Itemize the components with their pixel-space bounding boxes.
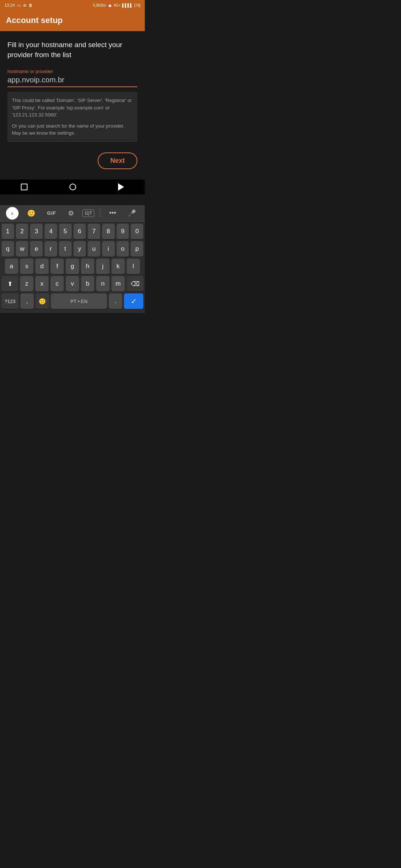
backspace-key[interactable]: ⌫ [127,276,143,292]
key-5[interactable]: 5 [59,224,72,239]
key-q[interactable]: q [1,241,14,257]
key-l[interactable]: l [127,259,140,274]
key-k[interactable]: k [111,259,125,274]
key-u[interactable]: u [88,241,100,257]
zxcv-row: ⬆ z x c v b n m ⌫ [1,276,143,292]
space-key[interactable]: PT • EN [51,293,107,309]
key-7[interactable]: 7 [88,224,100,239]
key-v[interactable]: v [66,276,79,292]
key-b[interactable]: b [81,276,94,292]
key-j[interactable]: j [96,259,110,274]
nav-back-button[interactable] [118,183,124,191]
back-icon [118,183,124,191]
key-n[interactable]: n [96,276,110,292]
status-bar: 13:24 ▭ ⊗ 🗑 5,8KB/s ⏰ 4G+ ▌▌▌▌ [78] [0,0,145,10]
key-2[interactable]: 2 [16,224,29,239]
main-content: Fill in your hostname and select your pr… [0,31,145,180]
key-4[interactable]: 4 [45,224,57,239]
hint-text: This could be called 'Domain', 'SIP Serv… [12,97,133,137]
nav-home-button[interactable] [69,184,76,190]
key-w[interactable]: w [16,241,29,257]
key-o[interactable]: o [117,241,129,257]
asdf-row: a s d f g h j k l [1,259,143,274]
key-6[interactable]: 6 [74,224,86,239]
emoji-sticker-button[interactable]: 🙂 [24,207,38,220]
settings-button[interactable]: ⚙ [65,207,77,220]
translate-button[interactable]: G|T [82,210,94,217]
app-header: Account setup [0,10,145,31]
comma-key[interactable]: , [20,293,34,309]
bottom-row: ?123 , 🙂 PT • EN . ✓ [1,293,143,309]
alarm-icon: ⏰ [108,3,112,7]
next-button[interactable]: Next [98,152,137,169]
emoji-key[interactable]: 🙂 [36,293,49,309]
qwerty-row: q w e r t y u i o p [1,241,143,257]
key-1[interactable]: 1 [1,224,14,239]
key-9[interactable]: 9 [117,224,129,239]
key-f[interactable]: f [50,259,64,274]
close-icon: ⊗ [23,3,26,8]
hostname-field-container: hostname or provider app.nvoip.com.br [7,69,137,87]
recents-icon [21,184,27,190]
time: 13:24 [4,3,15,7]
keyboard-back-button[interactable]: ‹ [6,207,19,220]
more-button[interactable]: ••• [106,207,119,219]
key-i[interactable]: i [102,241,115,257]
screen-icon: ▭ [17,3,21,8]
battery-icon: [78] [134,3,140,7]
key-c[interactable]: c [50,276,64,292]
key-s[interactable]: s [20,259,33,274]
network-speed: 5,8KB/s [93,3,106,7]
nav-bar [0,180,145,194]
mic-button[interactable]: 🎤 [125,207,139,220]
number-row: 1 2 3 4 5 6 7 8 9 0 [1,224,143,239]
toolbar-divider [100,209,100,218]
key-m[interactable]: m [111,276,125,292]
hint-line-2: Or you can just search for the name of y… [12,122,133,137]
period-key[interactable]: . [109,293,122,309]
key-g[interactable]: g [66,259,79,274]
next-button-container: Next [7,149,137,172]
shift-key[interactable]: ⬆ [1,276,18,292]
enter-key[interactable]: ✓ [124,293,143,309]
field-label: hostname or provider [7,69,137,74]
nav-recents-button[interactable] [21,184,27,190]
key-y[interactable]: y [74,241,86,257]
key-d[interactable]: d [35,259,49,274]
keyboard-rows: 1 2 3 4 5 6 7 8 9 0 q w e r t y u i o p … [0,221,145,313]
trash-icon: 🗑 [29,3,33,7]
key-3[interactable]: 3 [30,224,43,239]
key-e[interactable]: e [30,241,43,257]
status-left: 13:24 ▭ ⊗ 🗑 [4,3,33,8]
keyboard-toolbar: ‹ 🙂 GIF ⚙ G|T ••• 🎤 [0,205,145,221]
key-h[interactable]: h [81,259,94,274]
hostname-input[interactable]: app.nvoip.com.br [7,76,137,87]
instruction-text: Fill in your hostname and select your pr… [7,40,137,60]
home-icon [69,184,76,190]
hint-line-1: This could be called 'Domain', 'SIP Serv… [12,97,133,119]
key-a[interactable]: a [5,259,18,274]
key-r[interactable]: r [45,241,57,257]
key-z[interactable]: z [20,276,33,292]
sym-key[interactable]: ?123 [1,293,19,309]
hint-box: This could be called 'Domain', 'SIP Serv… [7,92,137,142]
key-8[interactable]: 8 [102,224,115,239]
signal-bars: ▌▌▌▌ [122,3,133,7]
key-0[interactable]: 0 [131,224,143,239]
key-x[interactable]: x [35,276,49,292]
gif-button[interactable]: GIF [44,208,59,218]
key-p[interactable]: p [131,241,143,257]
status-right: 5,8KB/s ⏰ 4G+ ▌▌▌▌ [78] [93,3,140,7]
page-title: Account setup [6,16,63,25]
key-t[interactable]: t [59,241,72,257]
network-type: 4G+ [114,3,121,7]
keyboard: ‹ 🙂 GIF ⚙ G|T ••• 🎤 1 2 3 4 5 6 7 8 9 0 … [0,205,145,313]
